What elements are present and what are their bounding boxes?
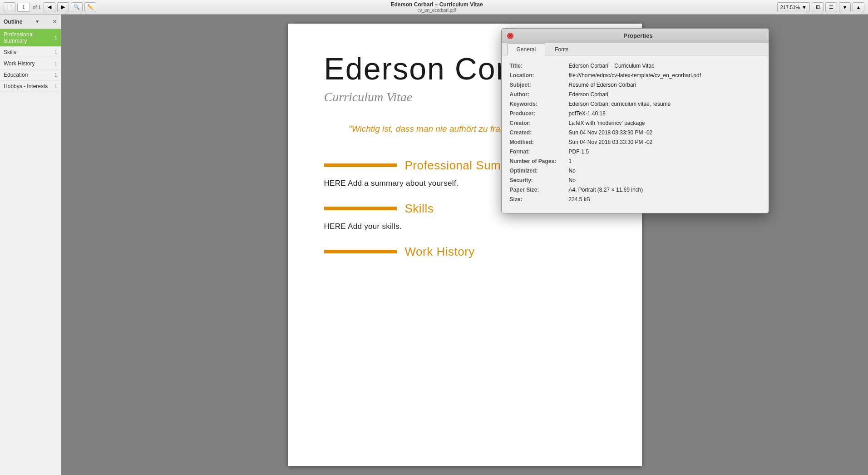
zoom-selector[interactable]: 217.51% ▼ (777, 2, 810, 12)
dialog-row: Subject:Resumé of Ederson Corbari (510, 82, 760, 88)
window-title-main: Ederson Corbari – Curriculum Vitae (98, 1, 775, 8)
dialog-row: Producer:pdfTeX-1.40.18 (510, 110, 760, 117)
dialog-field-label: Format: (510, 148, 569, 155)
maximize-btn[interactable]: ▲ (853, 2, 864, 12)
page-indicator-btn[interactable]: 📄 (4, 2, 15, 12)
back-btn[interactable]: ◀ (44, 2, 55, 12)
sidebar-item-label: Work History (4, 60, 35, 67)
dialog-field-label: Keywords: (510, 101, 569, 107)
dialog-row: Security:No (510, 177, 760, 183)
dialog-row: Modified:Sun 04 Nov 2018 03:33:30 PM -02 (510, 139, 760, 145)
sidebar-item-work-history[interactable]: Work History 1 (0, 58, 61, 69)
dialog-field-value: Ederson Corbari – Curriculum Vitae (569, 63, 760, 69)
sidebar-item-num-3: 1 (54, 72, 57, 78)
sidebar-close-btn[interactable]: ✕ (52, 18, 57, 25)
cv-section-title-1: Skills (405, 202, 434, 216)
cv-section-title-2: Work History (405, 245, 475, 259)
outline-chevron-icon[interactable]: ▼ (35, 19, 39, 24)
sidebar-item-education[interactable]: Education 1 (0, 69, 61, 81)
dialog-tabs: General Fonts (502, 43, 769, 55)
dialog-field-label: Title: (510, 63, 569, 69)
sidebar-header: Outline ▼ ✕ (0, 15, 61, 29)
dialog-row: Location:file:///home/edmc/cv-latex-temp… (510, 72, 760, 79)
cv-section-work-history: Work History (324, 245, 606, 259)
dialog-field-label: Modified: (510, 139, 569, 145)
dialog-row: Format:PDF-1.5 (510, 148, 760, 155)
sidebar-item-label: Education (4, 72, 28, 78)
dialog-field-value: PDF-1.5 (569, 148, 760, 155)
dialog-field-value: Ederson Corbari, curriculum vitae, resum… (569, 101, 760, 107)
dialog-field-value: Ederson Corbari (569, 91, 760, 98)
sidebar-item-num-0: 1 (54, 35, 57, 40)
zoom-arrow-icon: ▼ (802, 5, 807, 10)
dialog-field-value: A4, Portrait (8.27 × 11.69 inch) (569, 187, 760, 193)
dialog-title: Properties (513, 32, 763, 39)
menu-btn[interactable]: ☰ (825, 2, 837, 12)
cv-section-bar-2 (324, 250, 397, 253)
sidebar-item-skills[interactable]: Skills 1 (0, 47, 61, 58)
dialog-field-value: 234.5 kB (569, 196, 760, 203)
dialog-field-label: Size: (510, 196, 569, 203)
sidebar-item-num-4: 1 (54, 84, 57, 89)
toolbar: 📄 of 1 ◀ ▶ 🔍 ✏️ Ederson Corbari – Curric… (0, 0, 868, 15)
properties-dialog-overlay: ✕ Properties General Fonts Title:Ederson… (501, 28, 769, 213)
window-title-sub: cv_en_ecorbari.pdf (98, 8, 775, 13)
cv-section-header-2: Work History (324, 245, 606, 259)
dialog-field-label: Author: (510, 91, 569, 98)
find-btn[interactable]: 🔍 (71, 2, 83, 12)
dialog-titlebar: ✕ Properties (502, 29, 769, 43)
pdf-page: Ederson Corbari Curriculum Vitae "Wichti… (288, 24, 642, 466)
sidebar-item-label: Skills (4, 49, 16, 55)
dialog-row: Size:234.5 kB (510, 196, 760, 203)
dialog-row: Number of Pages:1 (510, 158, 760, 164)
forward-btn[interactable]: ▶ (57, 2, 69, 12)
window-title-area: Ederson Corbari – Curriculum Vitae cv_en… (98, 1, 775, 13)
dialog-close-btn[interactable]: ✕ (507, 33, 513, 39)
main-area: Outline ▼ ✕ Professional Summary 1 Skill… (0, 15, 868, 475)
zoom-resize-btn[interactable]: ⊞ (812, 2, 824, 12)
dialog-row: Author:Ederson Corbari (510, 91, 760, 98)
minimize-btn[interactable]: ▼ (839, 2, 851, 12)
cv-section-content-1: HERE Add your skills. (324, 222, 606, 231)
dialog-field-value: No (569, 168, 760, 174)
dialog-row: Created:Sun 04 Nov 2018 03:33:30 PM -02 (510, 129, 760, 136)
dialog-tab-general[interactable]: General (507, 43, 546, 55)
dialog-body: Title:Ederson Corbari – Curriculum Vitae… (502, 55, 769, 213)
dialog-field-label: Paper Size: (510, 187, 569, 193)
dialog-field-value: No (569, 177, 760, 183)
sidebar-item-num-2: 1 (54, 61, 57, 66)
page-icon: 📄 (7, 5, 12, 10)
page-number-input[interactable] (17, 3, 30, 12)
sidebar: Outline ▼ ✕ Professional Summary 1 Skill… (0, 15, 61, 475)
dialog-field-label: Number of Pages: (510, 158, 569, 164)
dialog-field-value: Sun 04 Nov 2018 03:33:30 PM -02 (569, 129, 760, 136)
dialog-field-value: pdfTeX-1.40.18 (569, 110, 760, 117)
dialog-field-label: Location: (510, 72, 569, 79)
dialog-row: Creator:LaTeX with 'moderncv' package (510, 120, 760, 126)
dialog-row: Title:Ederson Corbari – Curriculum Vitae (510, 63, 760, 69)
cv-section-bar-1 (324, 207, 397, 210)
toolbar-right-btns: 217.51% ▼ ⊞ ☰ ▼ ▲ (777, 2, 864, 12)
sidebar-item-label: Professional Summary (4, 31, 54, 44)
dialog-tab-fonts[interactable]: Fonts (545, 43, 578, 55)
cv-section-bar-0 (324, 163, 397, 167)
sidebar-item-label: Hobbys - Interests (4, 83, 48, 89)
edit-btn[interactable]: ✏️ (84, 2, 96, 12)
dialog-row: Optimized:No (510, 168, 760, 174)
sidebar-item-hobbys[interactable]: Hobbys - Interests 1 (0, 81, 61, 92)
pdf-viewer-area[interactable]: Ederson Corbari Curriculum Vitae "Wichti… (61, 15, 868, 475)
dialog-field-value: Resumé of Ederson Corbari (569, 82, 760, 88)
dialog-field-label: Optimized: (510, 168, 569, 174)
zoom-value: 217.51% (780, 5, 800, 10)
dialog-field-label: Producer: (510, 110, 569, 117)
dialog-field-label: Created: (510, 129, 569, 136)
sidebar-item-professional-summary[interactable]: Professional Summary 1 (0, 29, 61, 47)
dialog-field-value: Sun 04 Nov 2018 03:33:30 PM -02 (569, 139, 760, 145)
dialog-field-label: Security: (510, 177, 569, 183)
dialog-field-value: LaTeX with 'moderncv' package (569, 120, 760, 126)
dialog-field-value: 1 (569, 158, 760, 164)
dialog-field-label: Subject: (510, 82, 569, 88)
dialog-row: Keywords:Ederson Corbari, curriculum vit… (510, 101, 760, 107)
dialog-row: Paper Size:A4, Portrait (8.27 × 11.69 in… (510, 187, 760, 193)
page-separator: of 1 (32, 5, 42, 10)
